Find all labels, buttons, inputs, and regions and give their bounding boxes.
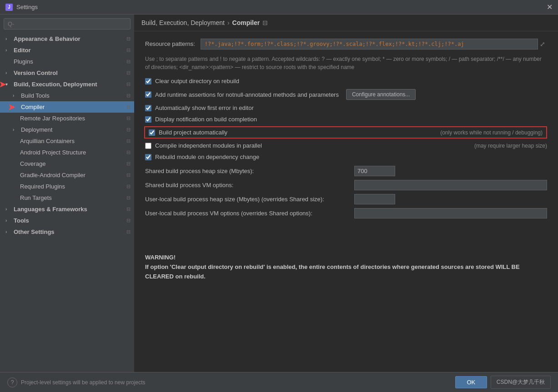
sidebar-item-compiler[interactable]: ➤ › Compiler ⊟ bbox=[0, 101, 134, 113]
sidebar-settings-icon: ⊟ bbox=[126, 229, 131, 235]
sidebar-settings-icon: ⊟ bbox=[126, 184, 131, 189]
sidebar-item-arquillian[interactable]: Arquillian Containers ⊟ bbox=[0, 135, 134, 147]
shared-vm-input[interactable] bbox=[354, 180, 547, 190]
sidebar-item-deployment[interactable]: › Deployment ⊟ bbox=[0, 124, 134, 135]
chevron-right-icon: › bbox=[13, 127, 18, 132]
checkbox-auto-show-error: Automatically show first error in editor bbox=[145, 104, 547, 112]
chevron-right-icon: › bbox=[5, 207, 11, 212]
sidebar-item-other-settings[interactable]: › Other Settings ⊟ bbox=[0, 226, 134, 238]
sidebar-item-remote-jar[interactable]: Remote Jar Repositories ⊟ bbox=[0, 113, 134, 124]
compile-parallel-checkbox[interactable] bbox=[145, 143, 151, 149]
chevron-right-icon: › bbox=[13, 93, 18, 98]
compile-parallel-label[interactable]: Compile independent modules in parallel bbox=[155, 142, 262, 149]
field-row-shared-vm: Shared build process VM options: bbox=[145, 180, 547, 190]
sidebar-item-coverage[interactable]: Coverage ⊟ bbox=[0, 158, 134, 169]
resource-patterns-row: Resource patterns: !?*.java;!?*.form;!?*… bbox=[145, 39, 547, 50]
sidebar-settings-icon: ⊟ bbox=[126, 115, 131, 121]
sidebar-settings-icon: ⊟ bbox=[126, 195, 131, 201]
chevron-right-icon: › bbox=[5, 70, 11, 75]
field-row-user-vm: User-local build process VM options (ove… bbox=[145, 208, 547, 218]
chevron-right-icon: › bbox=[5, 229, 11, 234]
red-arrow-icon-2: ➤ bbox=[8, 102, 15, 112]
warning-section: WARNING! If option 'Clear output directo… bbox=[145, 246, 547, 288]
configure-annotations-button[interactable]: Configure annotations... bbox=[346, 89, 416, 100]
sidebar-item-label: Run Targets bbox=[20, 194, 126, 201]
csdn-badge[interactable]: CSDN@大梦几千秋 bbox=[491, 376, 551, 389]
sidebar-item-languages[interactable]: › Languages & Frameworks ⊟ bbox=[0, 203, 134, 215]
chevron-right-icon: › bbox=[5, 218, 11, 223]
shared-vm-label: Shared build process VM options: bbox=[145, 182, 354, 189]
resource-patterns-value[interactable]: !?*.java;!?*.form;!?*.class;!?*.groovy;!… bbox=[201, 39, 538, 50]
warning-body: If option 'Clear output directory on reb… bbox=[145, 263, 520, 280]
sidebar-item-label: Required Plugins bbox=[20, 183, 126, 190]
display-notification-label[interactable]: Display notification on build completion bbox=[155, 116, 257, 123]
sidebar-item-label: Build Tools bbox=[21, 92, 126, 99]
sidebar-item-plugins[interactable]: › Plugins ⊟ bbox=[0, 56, 134, 67]
rebuild-dependency-checkbox[interactable] bbox=[145, 154, 151, 160]
sidebar-item-editor[interactable]: › Editor ⊟ bbox=[0, 45, 134, 56]
rebuild-dependency-label[interactable]: Rebuild module on dependency change bbox=[155, 154, 259, 160]
title-bar: J Settings ✕ bbox=[0, 0, 558, 15]
user-vm-input[interactable] bbox=[354, 208, 547, 218]
sidebar-settings-icon: ⊟ bbox=[126, 104, 131, 110]
sidebar-item-label: Android Project Structure bbox=[20, 149, 126, 156]
compile-parallel-note: (may require larger heap size) bbox=[456, 143, 547, 149]
sidebar-item-build-exec[interactable]: ➤ ▾ Build, Execution, Deployment ⊟ bbox=[0, 79, 134, 90]
ok-button[interactable]: OK bbox=[455, 376, 487, 388]
breadcrumb-edit-icon[interactable]: ⊟ bbox=[262, 19, 268, 26]
auto-show-error-label[interactable]: Automatically show first error in editor bbox=[155, 104, 254, 111]
sidebar-item-gradle-android[interactable]: Gradle-Android Compiler ⊟ bbox=[0, 169, 134, 181]
sidebar-settings-icon: ⊟ bbox=[126, 161, 131, 167]
chevron-down-icon: ▾ bbox=[5, 82, 11, 87]
checkbox-add-runtime: Add runtime assertions for notnull-annot… bbox=[145, 88, 547, 101]
add-runtime-checkbox[interactable] bbox=[145, 91, 151, 98]
warning-title: WARNING! bbox=[145, 254, 176, 261]
checkbox-rebuild-dependency: Rebuild module on dependency change bbox=[145, 153, 547, 161]
sidebar-item-label: Build, Execution, Deployment bbox=[14, 81, 126, 88]
resource-patterns-hint: Use ; to separate patterns and ! to nega… bbox=[145, 55, 547, 71]
app-icon: J bbox=[5, 4, 13, 11]
sidebar-item-required-plugins[interactable]: Required Plugins ⊟ bbox=[0, 181, 134, 192]
help-button[interactable]: ? bbox=[7, 377, 17, 387]
main-content: › Appearance & Behavior ⊟ › Editor ⊟ › P… bbox=[0, 15, 558, 372]
sidebar-settings-icon: ⊟ bbox=[126, 70, 131, 76]
sidebar-item-appearance[interactable]: › Appearance & Behavior ⊟ bbox=[0, 33, 134, 45]
close-button[interactable]: ✕ bbox=[547, 4, 553, 11]
chevron-right-icon: › bbox=[5, 36, 11, 41]
settings-panel: Resource patterns: !?*.java;!?*.form;!?*… bbox=[134, 31, 558, 372]
search-input[interactable] bbox=[4, 18, 131, 30]
build-auto-checkbox[interactable] bbox=[149, 129, 155, 136]
shared-heap-label: Shared build process heap size (Mbytes): bbox=[145, 168, 354, 174]
clear-output-checkbox[interactable] bbox=[145, 78, 151, 84]
sidebar-item-label: Compiler bbox=[21, 104, 126, 110]
breadcrumb-separator: › bbox=[227, 19, 230, 26]
resource-expand-button[interactable]: ⤢ bbox=[538, 39, 547, 50]
user-heap-input[interactable] bbox=[354, 194, 395, 204]
sidebar-item-tools[interactable]: › Tools ⊟ bbox=[0, 215, 134, 226]
sidebar-settings-icon: ⊟ bbox=[126, 47, 131, 53]
checkbox-clear-output: Clear output directory on rebuild bbox=[145, 77, 547, 85]
sidebar-item-label: Tools bbox=[14, 217, 126, 224]
sidebar-settings-icon: ⊟ bbox=[126, 93, 131, 99]
build-auto-label[interactable]: Build project automatically bbox=[159, 129, 227, 136]
clear-output-label[interactable]: Clear output directory on rebuild bbox=[155, 78, 239, 84]
checkbox-display-notification: Display notification on build completion bbox=[145, 115, 547, 124]
breadcrumb: Build, Execution, Deployment › Compiler … bbox=[134, 15, 558, 31]
shared-heap-input[interactable] bbox=[354, 166, 395, 176]
sidebar-item-version-control[interactable]: › Version Control ⊟ bbox=[0, 67, 134, 79]
field-row-user-heap: User-local build process heap size (Mbyt… bbox=[145, 194, 547, 204]
sidebar-item-android-structure[interactable]: Android Project Structure ⊟ bbox=[0, 147, 134, 158]
title-bar-left: J Settings bbox=[5, 4, 38, 11]
checkbox-compile-parallel: Compile independent modules in parallel … bbox=[145, 141, 547, 150]
add-runtime-label[interactable]: Add runtime assertions for notnull-annot… bbox=[155, 91, 339, 98]
resource-patterns-label: Resource patterns: bbox=[145, 39, 195, 47]
sidebar-settings-icon: ⊟ bbox=[126, 149, 131, 155]
user-vm-label: User-local build process VM options (ove… bbox=[145, 210, 354, 217]
bottom-right: OK CSDN@大梦几千秋 bbox=[455, 376, 551, 389]
display-notification-checkbox[interactable] bbox=[145, 116, 151, 123]
sidebar-settings-icon: ⊟ bbox=[126, 59, 131, 65]
sidebar-item-build-tools[interactable]: › Build Tools ⊟ bbox=[0, 90, 134, 101]
auto-show-error-checkbox[interactable] bbox=[145, 105, 151, 111]
window-title: Settings bbox=[16, 4, 38, 10]
sidebar-item-run-targets[interactable]: Run Targets ⊟ bbox=[0, 192, 134, 203]
